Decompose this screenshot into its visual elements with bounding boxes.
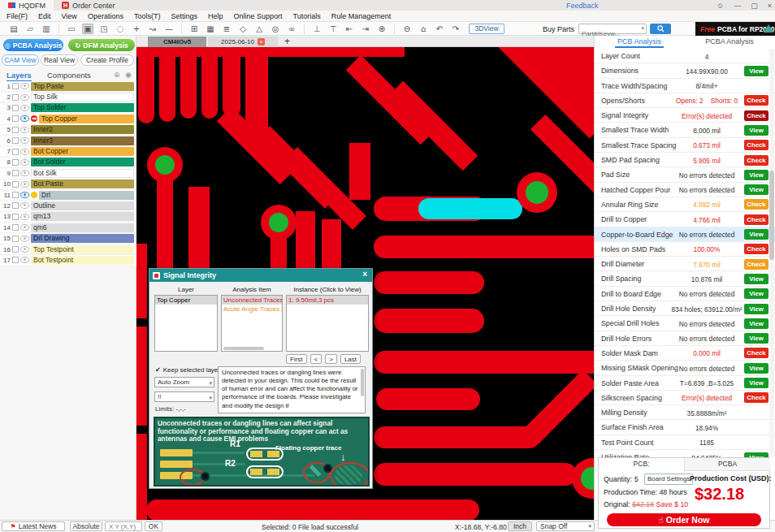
check-button[interactable]: Check [744,244,769,254]
analysis-row[interactable]: Smallest Trace Width8.000 milView [595,123,775,137]
ok-button[interactable]: OK [145,521,162,531]
analysis-row[interactable]: Surface Finish Area18.94% [595,420,775,435]
zoom-in-icon[interactable]: ⊕ [376,24,388,34]
layer-checkbox[interactable] [12,224,19,231]
view-button[interactable]: View [744,274,769,284]
analysis-row[interactable]: Silkscreen SpacingError(s) detectedCheck [595,391,775,405]
layer-visibility-icon[interactable] [20,181,29,188]
menu-online-support[interactable]: Online Support [233,12,282,20]
check-button[interactable]: Check [744,259,769,270]
layer-checkbox[interactable] [12,127,19,133]
analysis-row[interactable]: Annular Ring Size4.092 milCheck [595,197,775,212]
layer-checkbox[interactable] [12,149,19,155]
layer-visibility-icon[interactable] [20,214,29,220]
menu-tools-t-[interactable]: Tools(T) [134,12,161,20]
layer-row[interactable]: 6Inner3 [0,136,136,146]
layer-name-chip[interactable]: Bot Paste [31,179,134,188]
menu-settings[interactable]: Settings [171,12,197,20]
pcba-analysis-button[interactable]: ◎ PCBA Analysis [3,39,63,51]
maximize-icon[interactable]: ▢ [751,2,758,10]
menu-help[interactable]: Help [208,12,223,20]
region-search-icon[interactable]: ◎ [270,24,281,34]
layer-name-chip[interactable]: Outline [31,201,134,210]
check-button[interactable]: Check [744,348,769,358]
layer-visibility-icon[interactable] [20,115,29,122]
analysis-row[interactable]: Drill Diameter7.870 milCheck [595,257,775,271]
layer-name-chip[interactable]: Bot Silk [31,169,134,178]
absolute-mode-button[interactable]: Absolute [70,521,102,531]
part-search-button[interactable] [650,24,671,34]
undo-icon[interactable]: ↶ [434,24,445,34]
layer-visibility-icon[interactable] [20,257,29,263]
vertical-scrollbar[interactable] [361,369,364,396]
order-tab-pcb[interactable]: PCB: [599,458,684,471]
issue-description[interactable]: Unconnected traces or dangling lines wer… [218,366,366,413]
view-button[interactable]: View [744,333,769,344]
layer-name-chip[interactable]: Bot Copper [31,147,134,156]
layer-visibility-icon[interactable] [20,170,29,176]
analysis-row[interactable]: Trace Width/Spacing8/4mil+ [595,79,775,93]
layer-row[interactable]: 13qm13 [0,212,136,223]
layer-row[interactable]: 1Top Paste [0,81,136,92]
view-button[interactable]: View [744,304,769,314]
first-button[interactable]: First [286,354,307,364]
zoom-window-icon[interactable]: ◳ [98,24,110,34]
node-edit-icon[interactable]: + [131,24,142,34]
app-tab-order-center[interactable]: H Order Center [54,0,123,11]
analysis-row[interactable]: Drill to Board EdgeNo errors detectedVie… [595,287,775,301]
layer-row[interactable]: 4Top Copper [0,114,136,124]
pan-right-icon[interactable]: ⇥ [360,24,371,34]
menu-view[interactable]: View [62,12,77,20]
analysis-row[interactable]: Layer Count4 [595,49,775,63]
layer-row[interactable]: 9Bot Silk [0,168,136,179]
analysis-row[interactable]: Holes on SMD Pads100.00%Check [595,242,775,257]
app-tab-hqdfm[interactable]: HQDFM [0,0,54,11]
check-button[interactable]: Check [744,392,769,403]
analysis-row[interactable]: Solder Mask Dam0.000 milCheck [595,346,775,361]
analysis-row[interactable]: Drill Hole ErrorsNo errors detectedView [595,331,775,346]
browse-icon[interactable]: ∞ [286,24,297,34]
layer-name-chip[interactable]: Inner3 [31,136,134,145]
analysis-row[interactable]: Solder Paste AreaT=6.839 ,B=3.025View [595,376,775,391]
dialog-titlebar[interactable]: Signal Integrity × [149,269,372,282]
panel-scrollbar[interactable] [769,49,774,457]
feedback-link[interactable]: Feedback [566,2,599,10]
shape-icon[interactable]: ◇ [237,24,249,34]
view-button[interactable]: View [744,170,769,180]
analysis-row[interactable]: Test Point Count1185 [595,435,775,450]
analysis-row[interactable]: Drill to Copper4.766 milCheck [595,212,775,227]
layer-checkbox[interactable] [12,202,19,209]
layer-visibility-icon[interactable] [20,94,29,101]
layer-visibility-icon[interactable] [20,246,29,253]
layer-visibility-icon[interactable] [20,202,29,209]
tab-components[interactable]: Components [47,71,91,80]
view-button[interactable]: View [744,318,769,329]
layer-name-chip[interactable]: Drl Drawing [31,234,134,243]
scrollbar-thumb[interactable] [769,171,774,260]
account-icon[interactable]: ☺ [717,2,724,10]
lasso-icon[interactable]: ◌ [115,24,126,34]
array-icon[interactable]: ▦ [205,24,216,34]
analysis-row[interactable]: Special Drill HolesNo errors detectedVie… [595,316,775,331]
layer-name-chip[interactable]: Top Solder [31,103,134,112]
layer-visibility-icon[interactable] [20,159,29,166]
layer-checkbox[interactable] [12,83,19,89]
layer-row[interactable]: 5Inner2 [0,125,136,136]
layer-checkbox[interactable] [12,115,19,122]
last-button[interactable]: Last [340,354,361,364]
analysis-row[interactable]: Smallest Trace Spacing0.673 milCheck [595,138,775,153]
dialog-analysis-item[interactable]: Acute Angle Traces (3 inst.. [222,305,282,314]
view-button[interactable]: View [744,378,769,388]
save-icon[interactable]: ▤ [8,24,19,34]
select-icon[interactable]: ▣ [82,24,93,34]
dialog-analysis-item-list[interactable]: Unconnected Traces (1 instAcute Angle Tr… [221,295,283,352]
pan-left-icon[interactable]: ⇤ [344,24,355,34]
promo-banner[interactable]: Free PCBA for RP2040 [695,22,775,36]
layer-name-chip[interactable]: qm13 [31,212,134,221]
snap-mode-select[interactable]: Snap Off ▾ [536,521,595,531]
menu-edit[interactable]: Edit [38,12,51,20]
view-button[interactable]: View [744,125,769,136]
layer-checkbox[interactable] [12,94,19,101]
layer-name-chip[interactable]: qm6 [31,223,134,232]
layer-checkbox[interactable] [12,257,19,263]
